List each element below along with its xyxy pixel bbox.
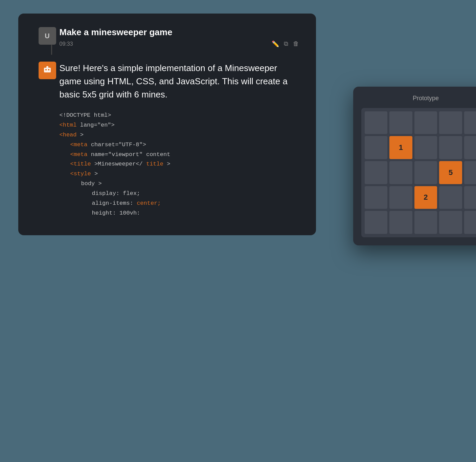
code-head-tag: <head bbox=[60, 132, 77, 138]
code-block: <!DOCTYPE html> <html lang="en"> <head > bbox=[60, 111, 299, 218]
user-left-col: U bbox=[35, 27, 60, 55]
edit-icon[interactable]: ✏️ bbox=[272, 40, 279, 48]
copy-icon[interactable]: ⧉ bbox=[284, 40, 288, 48]
ai-left-col bbox=[35, 62, 60, 218]
code-line-7: <style > bbox=[60, 169, 299, 179]
cell-4-3[interactable] bbox=[439, 211, 462, 234]
user-avatar-label: U bbox=[45, 32, 49, 40]
cell-3-3[interactable] bbox=[439, 186, 462, 209]
cell-4-1[interactable] bbox=[389, 211, 412, 234]
ai-message-row: Sure! Here's a simple implementation of … bbox=[35, 62, 299, 218]
minesweeper-grid: 1 5 2 bbox=[361, 108, 476, 237]
cell-1-4[interactable] bbox=[464, 136, 476, 159]
user-message-title: Make a minesweeper game bbox=[60, 27, 299, 38]
code-line-6: <title >Minesweeper</ title > bbox=[60, 159, 299, 169]
cell-0-2[interactable] bbox=[414, 111, 437, 134]
delete-icon[interactable]: 🗑 bbox=[293, 40, 299, 48]
ai-avatar bbox=[39, 62, 56, 79]
cell-0-3[interactable] bbox=[439, 111, 462, 134]
user-avatar: U bbox=[39, 27, 56, 45]
cell-3-1[interactable] bbox=[389, 186, 412, 209]
svg-rect-4 bbox=[47, 66, 48, 67]
main-container: U Make a minesweeper game 09:33 ✏️ ⧉ 🗑 bbox=[18, 14, 458, 235]
user-message-content: Make a minesweeper game 09:33 ✏️ ⧉ 🗑 bbox=[60, 27, 299, 48]
message-divider bbox=[51, 45, 52, 55]
user-right-col: Make a minesweeper game 09:33 ✏️ ⧉ 🗑 bbox=[60, 27, 299, 55]
ai-intro-text: Sure! Here's a simple implementation of … bbox=[60, 62, 299, 101]
cell-0-1[interactable] bbox=[389, 111, 412, 134]
code-doctype: <!DOCTYPE html> bbox=[60, 112, 111, 118]
cell-4-2[interactable] bbox=[414, 211, 437, 234]
cell-2-2[interactable] bbox=[414, 161, 437, 184]
cell-3-4[interactable] bbox=[464, 186, 476, 209]
cell-2-0[interactable] bbox=[365, 161, 388, 184]
code-line-8: body > bbox=[60, 179, 299, 189]
chat-card: U Make a minesweeper game 09:33 ✏️ ⧉ 🗑 bbox=[18, 14, 316, 235]
cell-1-0[interactable] bbox=[365, 136, 388, 159]
user-message-row: U Make a minesweeper game 09:33 ✏️ ⧉ 🗑 bbox=[35, 27, 299, 55]
cell-4-4[interactable] bbox=[464, 211, 476, 234]
code-line-3: <head > bbox=[60, 130, 299, 140]
cell-2-1[interactable] bbox=[389, 161, 412, 184]
cell-0-4[interactable] bbox=[464, 111, 476, 134]
message-actions: ✏️ ⧉ 🗑 bbox=[272, 40, 299, 48]
user-message-meta: 09:33 ✏️ ⧉ 🗑 bbox=[60, 40, 299, 48]
code-line-9: display: flex; bbox=[60, 189, 299, 199]
cell-3-2[interactable]: 2 bbox=[414, 186, 437, 209]
cell-3-0[interactable] bbox=[365, 186, 388, 209]
prototype-card: Prototype 1 5 bbox=[353, 87, 476, 245]
code-line-2: <html lang="en"> bbox=[60, 120, 299, 130]
ai-avatar-label bbox=[43, 65, 52, 76]
cell-1-2[interactable] bbox=[414, 136, 437, 159]
code-line-4: <meta charset="UTF-8"> bbox=[60, 140, 299, 150]
cell-1-3[interactable] bbox=[439, 136, 462, 159]
code-line-1: <!DOCTYPE html> bbox=[60, 111, 299, 120]
svg-rect-0 bbox=[44, 68, 51, 72]
cell-4-0[interactable] bbox=[365, 211, 388, 234]
prototype-title: Prototype bbox=[361, 95, 476, 102]
ai-message-content: Sure! Here's a simple implementation of … bbox=[60, 62, 299, 218]
code-line-10: align-items: center; bbox=[60, 199, 299, 208]
code-line-11: height: 100vh: bbox=[60, 208, 299, 218]
cell-1-1[interactable]: 1 bbox=[389, 136, 412, 159]
svg-rect-2 bbox=[48, 69, 49, 70]
code-line-5: <meta name="viewport" content bbox=[60, 150, 299, 160]
cell-2-4[interactable] bbox=[464, 161, 476, 184]
cell-0-0[interactable] bbox=[365, 111, 388, 134]
svg-rect-1 bbox=[45, 69, 47, 70]
code-html-tag: <html bbox=[60, 122, 77, 128]
layout-wrapper: U Make a minesweeper game 09:33 ✏️ ⧉ 🗑 bbox=[18, 14, 458, 235]
cell-2-3[interactable]: 5 bbox=[439, 161, 462, 184]
ai-right-col: Sure! Here's a simple implementation of … bbox=[60, 62, 299, 218]
message-timestamp: 09:33 bbox=[60, 41, 73, 47]
